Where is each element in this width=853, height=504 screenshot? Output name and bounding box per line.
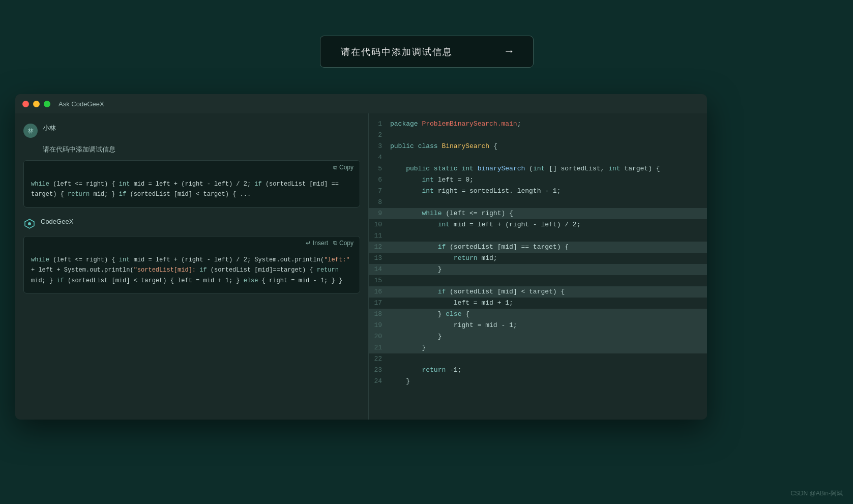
code-line: 2 [369,130,707,141]
code-line: 22 [369,353,707,365]
title-bar: Ask CodeGeeX [15,94,707,113]
watermark: CSDN @ABin-阿斌 [790,489,843,498]
avatar: 林 [23,124,38,138]
code-line: 13 return mid; [369,253,707,264]
svg-point-1 [28,222,31,225]
bot-name: CodeGeeX [41,218,73,225]
user-code-block: ⧉ Copy while (left <= right) { int mid =… [23,160,360,207]
code-line: 16 if (sortedList [mid] < target) { [369,286,707,298]
user-code-content: while (left <= right) { int mid = left +… [24,174,360,207]
code-line: 19 right = mid - 1; [369,320,707,331]
code-line: 23 return -1; [369,365,707,376]
copy-label-1: Copy [339,164,354,171]
user-name: 小林 [43,124,56,133]
code-line: 7 int right = sortedList. length - 1; [369,186,707,197]
prompt-text: 请在代码中添加调试信息 [341,46,453,58]
maximize-button[interactable] [44,101,50,107]
code-line: 15 [369,275,707,286]
top-prompt-button[interactable]: 请在代码中添加调试信息 → [320,36,534,68]
response-code-block: ↵ Insert ⧉ Copy while (left <= right) { … [23,236,360,293]
code-line: 17 left = mid + 1; [369,298,707,309]
code-line: 4 [369,152,707,163]
insert-icon: ↵ [306,240,311,247]
code-line: 3 public class BinarySearch { [369,141,707,152]
bot-avatar [23,218,36,230]
response-code-content: while (left <= right) { int mid = left +… [24,250,360,293]
prompt-arrow-icon: → [506,45,512,58]
content-area: 林 小林 请在代码中添加调试信息 ⧉ Copy while (left <= r… [15,113,707,420]
code-block-header: ⧉ Copy [24,161,360,174]
user-message: 林 小林 [15,121,368,141]
copy-button-2[interactable]: ⧉ Copy [333,240,354,247]
copy-button-1[interactable]: ⧉ Copy [333,164,354,171]
code-line: 9 while (left <= right) { [369,208,707,219]
copy-label-2: Copy [339,240,354,247]
insert-button[interactable]: ↵ Insert [306,240,328,247]
code-line: 10 int mid = left + (right - left) / 2; [369,219,707,230]
main-window: Ask CodeGeeX 林 小林 请在代码中添加调试信息 [15,94,707,420]
bot-message: CodeGeeX [15,215,368,233]
editor-panel: 1 package ProblemBinarySearch.main; 2 3 … [369,113,707,420]
code-line: 14 } [369,264,707,275]
copy-icon-2: ⧉ [333,240,337,246]
code-line: 6 int left = 0; [369,174,707,186]
chat-panel: 林 小林 请在代码中添加调试信息 ⧉ Copy while (left <= r… [15,113,369,420]
code-line: 20 } [369,331,707,342]
copy-icon: ⧉ [333,164,337,171]
code-line: 18 } else { [369,309,707,320]
close-button[interactable] [22,101,29,107]
user-query: 请在代码中添加调试信息 [43,145,115,153]
window-title: Ask CodeGeeX [58,100,104,108]
code-line: 11 [369,230,707,242]
code-line: 1 package ProblemBinarySearch.main; [369,118,707,130]
minimize-button[interactable] [33,101,40,107]
code-line: 24 } [369,376,707,387]
code-line: 21 } [369,342,707,353]
code-line: 8 [369,197,707,208]
avatar-text: 林 [28,127,34,135]
response-code-header: ↵ Insert ⧉ Copy [24,236,360,250]
insert-label: Insert [313,240,328,247]
code-line: 12 if (sortedList [mid] == target) { [369,242,707,253]
editor-area[interactable]: 1 package ProblemBinarySearch.main; 2 3 … [369,113,707,420]
code-line: 5 public static int binarySearch (int []… [369,163,707,174]
